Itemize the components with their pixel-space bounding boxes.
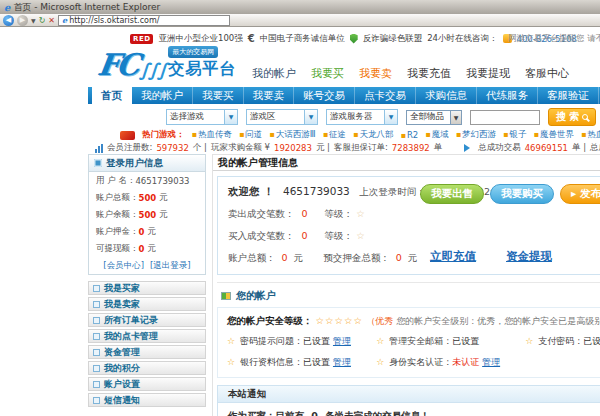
sidebar-item-points[interactable]: 我的积分 (88, 361, 206, 375)
manage-link[interactable]: 管理 (333, 336, 351, 346)
sec-label: 银行资料信息： (240, 357, 303, 367)
game-link[interactable]: R2 (400, 130, 418, 140)
sidebar-item-settings[interactable]: 账户设置 (88, 377, 206, 391)
post-wtb-button[interactable]: 发布求购 (560, 184, 600, 204)
tab-home[interactable]: 首页 (92, 87, 132, 104)
field-unit: 元 (159, 192, 168, 204)
zone-select[interactable]: 游戏区 ▼ (246, 109, 318, 125)
warning-notice: 网游交易平台提醒您 请不要在游戏 (508, 33, 600, 45)
sec-label: 身份实名认证： (389, 357, 452, 367)
utility-nav: 我的帐户 我要买 我要卖 我要充值 我要提现 客服中心 (252, 66, 569, 81)
sec-label: 支付密码： (538, 336, 583, 346)
tab-card-trade[interactable]: 点卡交易 (355, 87, 416, 104)
buyer-notice-prefix: 作为买家：目前有 (228, 410, 304, 416)
user-field-withdrawable: 可提现额： 0 元 (89, 240, 205, 257)
logout-link[interactable]: [退出登录] (150, 260, 191, 272)
sidebar-item-buyer[interactable]: 我是买家 (88, 281, 206, 295)
browser-toolbar: ◀ ▶ ▼ ↻ ✕ e http://sls.oktarist.com/ (0, 14, 600, 27)
buy-button[interactable]: 我要购买 (490, 184, 554, 204)
game-link[interactable]: 问道 (239, 129, 262, 141)
tab-my-account[interactable]: 我的帐户 (132, 87, 193, 104)
game-link[interactable]: 大话西游Ⅲ (269, 129, 315, 141)
security-item-password-question: 密码提示问题：已设置管理 (227, 335, 376, 348)
chevron-down-icon[interactable]: ▼ (450, 111, 461, 124)
tab-sell[interactable]: 我要卖 (244, 87, 295, 104)
utilnav-recharge[interactable]: 我要充值 (407, 66, 451, 81)
utilnav-buy[interactable]: 我要买 (311, 66, 344, 81)
history-dropdown-icon[interactable]: ▼ (31, 15, 36, 26)
sidebar-item-cards[interactable]: 我的点卡管理 (88, 329, 206, 343)
chart-bars-icon (95, 144, 103, 153)
item-type-select[interactable]: 全部物品 ▼ (406, 110, 462, 125)
sell-button[interactable]: 我要出售 (420, 184, 484, 204)
game-link[interactable]: 征途 (323, 129, 346, 141)
sidebar-item-seller[interactable]: 我是卖家 (88, 297, 206, 311)
tab-buy[interactable]: 我要买 (193, 87, 244, 104)
utilnav-withdraw[interactable]: 我要提现 (466, 66, 510, 81)
security-level-line: 您的帐户安全等级： ☆☆☆☆☆ （优秀 您的帐户安全级别：优秀，您的帐户安全已是… (227, 315, 600, 328)
sec-status: 已设置 (303, 336, 330, 346)
utilnav-service[interactable]: 客服中心 (525, 66, 569, 81)
chevron-down-icon[interactable]: ▼ (224, 110, 237, 124)
refresh-icon[interactable]: ↻ (39, 15, 46, 26)
sidebar-item-sms[interactable]: 短信通知 (88, 393, 206, 407)
user-links: [会员中心] [退出登录] (89, 257, 205, 274)
server-select[interactable]: 游戏服务器 ▼ (326, 109, 398, 125)
main-nav-bar: 首页 我的帐户 我要买 我要卖 账号交易 点卡交易 求购信息 代练服务 客服验证… (88, 87, 600, 104)
search-button-label: 搜 索 (556, 110, 579, 124)
sidebar-item-orders[interactable]: 所有订单记录 (88, 313, 206, 327)
search-input[interactable] (470, 110, 540, 125)
sidebar-item-funds[interactable]: 资金管理 (88, 345, 206, 359)
menu-square-icon (93, 317, 100, 324)
balance-value: 0 (282, 252, 288, 263)
game-link[interactable]: 天龙八部 (353, 129, 393, 141)
manage-link[interactable]: 管理 (333, 357, 351, 367)
stop-icon[interactable]: ✕ (48, 15, 55, 26)
game-link[interactable]: 魔兽世界 (534, 129, 574, 141)
field-value: 500 (139, 193, 157, 203)
panel-title: 我的帐户管理信息 (213, 155, 600, 171)
game-link[interactable]: 银子 (503, 129, 526, 141)
game-link[interactable]: 魔域 (425, 129, 448, 141)
user-field-username: 用 户 名： 4651739033 (89, 172, 205, 189)
stat-wtb-value: 1920283 (274, 143, 312, 153)
menu-square-icon (93, 333, 100, 340)
logo-swoosh-icon: ∫∫∫ (139, 59, 166, 80)
chevron-down-icon[interactable]: ▼ (304, 110, 317, 124)
utilnav-my-account[interactable]: 我的帐户 (252, 66, 296, 81)
field-label: 可提现额： (96, 243, 139, 255)
field-value: 500 (139, 210, 157, 220)
buyer-notice-row: 作为买家：目前有 0 条尚未完成的交易信息！ (218, 403, 600, 416)
stat-trades-unit: 单 | (572, 142, 586, 154)
withdraw-link[interactable]: 资金提现 (506, 249, 552, 264)
tab-service-verify[interactable]: 客服验证 (538, 87, 599, 104)
account-section-header: 您的帐户 (217, 282, 600, 303)
sec-status: 已设置 (452, 336, 479, 346)
chevron-down-icon[interactable]: ▼ (384, 110, 397, 124)
game-link[interactable]: 热血江湖 (581, 129, 600, 141)
menu-square-icon (93, 285, 100, 292)
tab-powerleveling[interactable]: 代练服务 (477, 87, 538, 104)
address-bar[interactable]: e http://sls.oktarist.com/ (58, 15, 230, 26)
manage-link[interactable]: 管理 (482, 357, 500, 367)
menu-square-icon (93, 381, 100, 388)
utilnav-sell[interactable]: 我要卖 (359, 66, 392, 81)
bought-label: 买入成交笔数： (228, 230, 295, 241)
site-logo[interactable]: FC ∫∫∫ 最大的交易网 交易平台 (98, 46, 236, 80)
tab-wtb-info[interactable]: 求购信息 (416, 87, 477, 104)
logo-text: 交易平台 (168, 59, 236, 80)
forward-button[interactable]: ▶ (17, 15, 28, 26)
logo-fc-mark: FC (96, 50, 139, 80)
field-label: 账户余额： (96, 209, 139, 221)
recharge-link[interactable]: 立即充值 (430, 249, 476, 264)
game-link[interactable]: 梦幻西游 (456, 129, 496, 141)
game-link[interactable]: 热血传奇 (192, 129, 232, 141)
back-button[interactable]: ◀ (3, 15, 14, 26)
game-select[interactable]: 选择游戏 ▼ (166, 109, 238, 125)
tab-account-trade[interactable]: 账号交易 (294, 87, 355, 104)
hot-games-label: 热门游戏： (142, 129, 185, 141)
menu-square-icon (93, 397, 100, 404)
ie-logo-icon: e (4, 2, 10, 13)
search-button[interactable]: 搜 索 (548, 108, 596, 126)
member-center-link[interactable]: [会员中心] (103, 260, 144, 272)
